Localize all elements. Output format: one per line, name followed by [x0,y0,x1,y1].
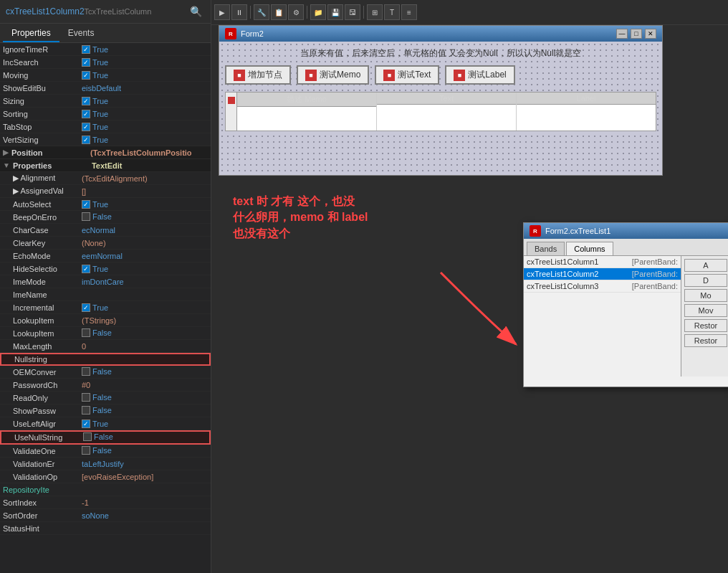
grid-row-icon [226,93,237,131]
prop-row-statushint[interactable]: StatusHint [0,522,211,535]
prop-row-repositoryite[interactable]: RepositoryIte [0,483,211,496]
prop-row-oemconver[interactable]: OEMConver False [0,366,211,379]
prop-name: Position [11,148,90,157]
prop-row-imemode[interactable]: ImeMode imDontCare [0,275,211,288]
tab-events[interactable]: Events [59,25,103,42]
prop-row-validateone[interactable]: ValidateOne False [0,445,211,458]
prop-row-validationop[interactable]: ValidationOp [evoRaiseException] [0,470,211,483]
columns-dialog-buttons: A D Mo Mov Restor Restor [681,256,728,377]
prop-row-lookupitem2[interactable]: LookupItem False [0,327,211,340]
toolbar-btn-3[interactable]: 🔧 [254,4,269,20]
test-text-button[interactable]: ■ 测试Text [375,65,439,85]
prop-name: OEMConver [3,368,82,377]
tab-properties[interactable]: Properties [3,25,59,42]
prop-row-readonly[interactable]: ReadOnly False [0,392,211,404]
prop-row-moving[interactable]: Moving ✓ True [0,69,211,82]
toolbar-btn-4[interactable]: 📋 [271,4,287,20]
prop-value: ✓ True [82,44,208,54]
grid-col-text: Text [377,93,517,131]
prop-row-incremental[interactable]: Incremental ✓ True [0,301,211,314]
prop-row-showeditbu[interactable]: ShowEditBu eisbDefault [0,82,211,95]
test-memo-label: 测试Memo [320,69,360,81]
prop-name: ImeName [3,290,82,299]
prop-row-autoselect[interactable]: AutoSelect ✓ True [0,198,211,211]
checkbox-icon: ✓ [82,45,90,54]
prop-row-tabstop[interactable]: TabStop ✓ True [0,120,211,133]
dlg-btn-d[interactable]: D [684,274,727,287]
prop-row-assignedval[interactable]: ▶ AssignedVal [] [0,185,211,198]
prop-row-incsearch[interactable]: IncSearch ✓ True [0,56,211,69]
prop-row-sortindex[interactable]: SortIndex -1 [0,496,211,509]
add-node-button[interactable]: ■ 增加节点 [225,65,291,85]
prop-name: UseLeftAligr [3,420,82,428]
prop-row-passwordch[interactable]: PasswordCh #0 [0,379,211,392]
toolbar-btn-10[interactable]: ≡ [401,4,417,20]
prop-row-showpassw[interactable]: ShowPassw False [0,404,211,417]
dlg-btn-a[interactable]: A [684,259,727,272]
annotation-text: text 时 才有 这个，也没什么卵用，memo 和 label也没有这个 [233,194,368,242]
prop-row-usenullstring[interactable]: UseNullString False [0,430,211,445]
prop-name: Sizing [3,97,82,105]
close-button[interactable]: ✕ [645,29,656,39]
checkbox-icon: ✓ [82,303,90,312]
columns-list: cxTreeList1Column1 [ParentBand: cxTreeLi… [524,256,681,377]
column-item-1[interactable]: cxTreeList1Column1 [ParentBand: [524,256,681,268]
checkbox-icon: ✓ [82,123,90,131]
prop-row-beeponerro[interactable]: BeepOnErro False [0,211,211,224]
toolbar-btn-5[interactable]: ⚙ [288,4,304,20]
prop-value: ecNormal [82,226,208,235]
prop-row-useleftaligr[interactable]: UseLeftAligr ✓ True [0,417,211,430]
window-controls: — □ ✕ [616,29,656,39]
prop-value: (None) [82,239,208,247]
prop-value: ✓ True [82,122,208,131]
prop-row-nullstring[interactable]: Nullstring [0,353,211,366]
toolbar-btn-1[interactable]: ▶ [214,4,230,20]
column-item-2[interactable]: cxTreeList1Column2 [ParentBand: [524,268,681,280]
prop-row-validationer[interactable]: ValidationEr taLeftJustify [0,458,211,470]
toolbar-btn-8[interactable]: 🖫 [345,4,360,20]
prop-row-ignoretimer[interactable]: IgnoreTimeR ✓ True [0,43,211,56]
search-button[interactable]: 🔍 [187,3,205,20]
dlg-btn-restor2[interactable]: Restor [684,334,727,347]
toolbar-btn-7[interactable]: 💾 [327,4,343,20]
prop-row-hideselectio[interactable]: HideSelectio ✓ True [0,262,211,275]
checkbox-icon: ✓ [82,97,90,105]
dlg-btn-restor1[interactable]: Restor [684,319,727,332]
checkbox-icon: ✓ [82,265,90,273]
prop-name: Moving [3,71,82,80]
prop-row-position[interactable]: ▶ Position (TcxTreeListColumnPositio [0,146,211,159]
toolbar-btn-6[interactable]: 📁 [310,4,326,20]
prop-row-properties-section[interactable]: ▼ Properties TextEdit [0,159,211,172]
toolbar-btn-2[interactable]: ⏸ [231,4,247,20]
test-memo-button[interactable]: ■ 测试Memo [297,65,369,85]
toolbar-btn-9[interactable]: T [384,4,400,20]
prop-row-sortorder[interactable]: SortOrder soNone [0,509,211,522]
tab-bands[interactable]: Bands [527,242,565,255]
dlg-btn-mov[interactable]: Mov [684,304,727,317]
tab-columns[interactable]: Columns [566,242,613,255]
prop-row-maxlength[interactable]: MaxLength 0 [0,340,211,353]
prop-row-lookupitem1[interactable]: LookupItem (TStrings) [0,314,211,327]
prop-row-echomode[interactable]: EchoMode eemNormal [0,250,211,262]
prop-row-clearkey[interactable]: ClearKey (None) [0,237,211,250]
prop-name: VertSizing [3,136,82,144]
dlg-btn-mo1[interactable]: Mo [684,289,727,302]
toolbar-separator-3 [363,6,364,19]
prop-row-imename[interactable]: ImeName [0,288,211,301]
prop-value: ✓ True [82,419,208,428]
expand-icon: ▼ [3,161,10,169]
prop-row-sorting[interactable]: Sorting ✓ True [0,108,211,120]
toolbar-btn-grid[interactable]: ⊞ [367,4,383,20]
prop-value: ✓ True [82,70,208,80]
test-label-button[interactable]: ■ 测试Label [445,65,514,85]
prop-row-sizing[interactable]: Sizing ✓ True [0,95,211,108]
prop-row-charcase[interactable]: CharCase ecNormal [0,224,211,237]
prop-row-vertsizing[interactable]: VertSizing ✓ True [0,133,211,146]
maximize-button[interactable]: □ [631,29,642,39]
columns-dialog-title-text: Form2.cxTreeList1 [545,227,610,235]
prop-name: SortOrder [3,511,82,520]
prop-name: ValidateOne [3,447,82,455]
prop-row-alignment[interactable]: ▶ Alignment (TcxEditAlignment) [0,172,211,185]
column-item-3[interactable]: cxTreeList1Column3 [ParentBand: [524,280,681,293]
minimize-button[interactable]: — [616,29,628,39]
